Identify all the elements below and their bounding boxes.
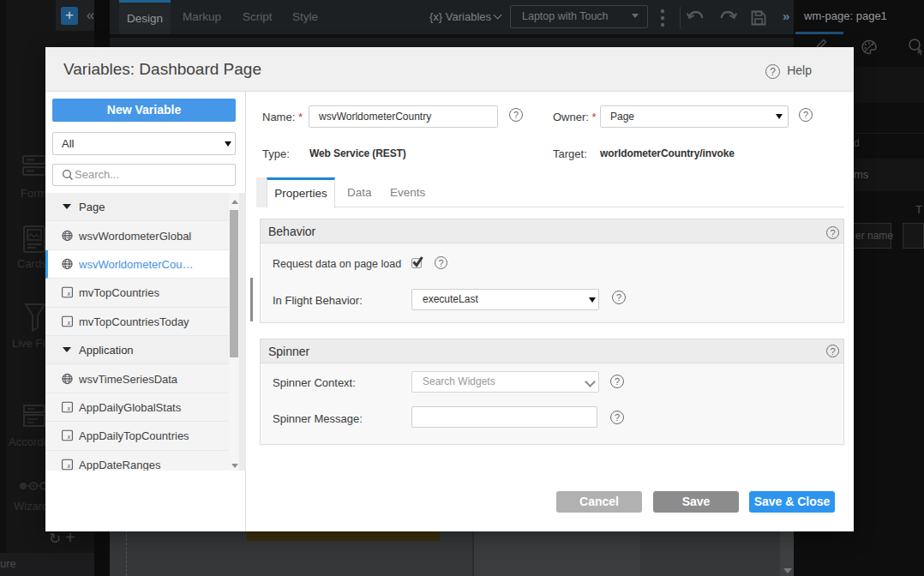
svg-text:x: x [66,290,70,297]
svg-text:x: x [66,319,70,327]
svg-text:x: x [66,462,70,470]
svg-text:x: x [66,433,70,441]
svg-text:x: x [66,405,70,412]
